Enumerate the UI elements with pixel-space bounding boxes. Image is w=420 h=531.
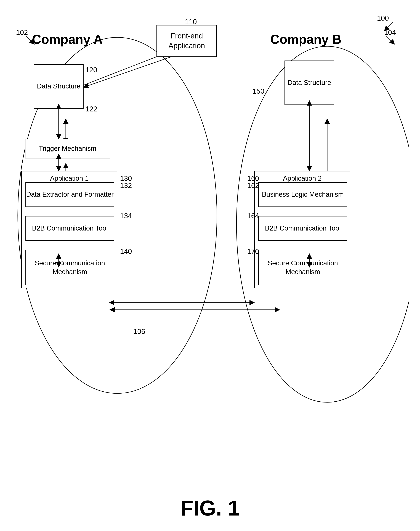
svg-line-16	[26, 36, 33, 43]
b2b-tool-a-box: B2B Communication Tool	[25, 216, 114, 241]
app1-box: Application 1 Data Extractor and Formatt…	[21, 171, 117, 288]
app2-box: Application 2 Business Logic Mechanism B…	[254, 171, 350, 288]
business-logic-box: Business Logic Mechanism	[258, 182, 347, 207]
ref-150: 150	[253, 87, 264, 95]
data-structure-a-box: Data Structure	[34, 64, 84, 109]
ref-162: 162	[247, 182, 259, 190]
ref-160: 160	[247, 175, 259, 182]
data-extractor-box: Data Extractor and Formatter	[25, 182, 114, 207]
business-logic-label: Business Logic Mechanism	[262, 190, 344, 199]
frontend-app-box: Front-end Application	[156, 25, 217, 57]
secure-comm-a-label: Secure Communication Mechanism	[26, 259, 114, 276]
svg-line-17	[386, 36, 393, 43]
ref-122: 122	[85, 105, 97, 113]
ref-106: 106	[133, 327, 145, 336]
company-a-label: Company A	[32, 32, 103, 47]
diagram: 100 102 104 Company A Company B Front-en…	[11, 11, 409, 491]
secure-comm-b-box: Secure Communication Mechanism	[258, 250, 347, 285]
secure-comm-b-label: Secure Communication Mechanism	[259, 259, 347, 276]
trigger-mechanism-label: Trigger Mechanism	[39, 144, 96, 153]
company-b-label: Company B	[270, 32, 341, 47]
ref-140: 140	[120, 247, 132, 256]
data-extractor-label: Data Extractor and Formatter	[26, 190, 114, 199]
ref-134: 134	[120, 212, 132, 220]
ref-132: 132	[120, 182, 132, 190]
data-structure-b-label: Data Structure	[288, 78, 331, 87]
app2-label: Application 2	[283, 174, 322, 183]
b2b-tool-b-label: B2B Communication Tool	[265, 224, 341, 233]
trigger-mechanism-box: Trigger Mechanism	[25, 139, 110, 159]
figure-label: FIG. 1	[180, 496, 240, 520]
svg-line-15	[386, 22, 393, 29]
ref-120: 120	[85, 66, 97, 74]
app1-label: Application 1	[50, 174, 89, 183]
ref-130: 130	[120, 175, 132, 182]
data-structure-b-box: Data Structure	[285, 61, 334, 105]
ref-110: 110	[185, 18, 197, 26]
ref104-arrow	[384, 34, 395, 45]
secure-comm-a-box: Secure Communication Mechanism	[25, 250, 114, 285]
b2b-tool-a-label: B2B Communication Tool	[32, 224, 108, 233]
ref-170: 170	[247, 247, 259, 256]
data-structure-a-label: Data Structure	[37, 82, 81, 91]
ref-164: 164	[247, 212, 259, 220]
b2b-tool-b-box: B2B Communication Tool	[258, 216, 347, 241]
frontend-app-label: Front-end Application	[157, 31, 216, 50]
